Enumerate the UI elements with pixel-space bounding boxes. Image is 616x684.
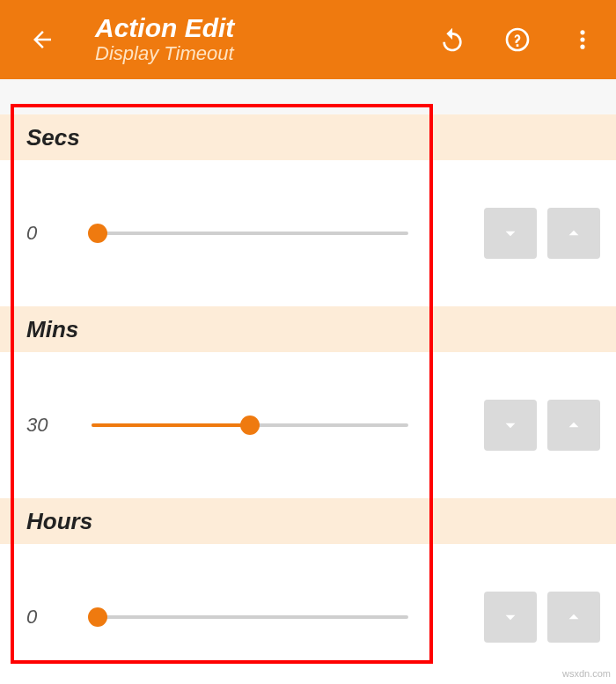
row-mins: 30 <box>0 352 616 498</box>
appbar-actions <box>435 22 600 57</box>
help-icon <box>503 26 532 54</box>
svg-point-2 <box>580 45 584 49</box>
increment-mins-button[interactable] <box>547 400 600 451</box>
svg-point-0 <box>580 30 584 34</box>
row-hours: 0 <box>0 544 616 684</box>
slider-secs[interactable] <box>92 224 408 242</box>
back-button[interactable] <box>25 22 60 57</box>
increment-secs-button[interactable] <box>547 208 600 259</box>
slider-track <box>92 615 408 619</box>
section-label: Hours <box>26 508 92 535</box>
undo-icon <box>438 26 466 54</box>
chevron-down-icon <box>499 606 522 629</box>
slider-hours[interactable] <box>92 608 408 626</box>
help-button[interactable] <box>500 22 535 57</box>
value-mins: 30 <box>26 414 67 437</box>
overflow-menu-button[interactable] <box>565 22 600 57</box>
chevron-up-icon <box>562 414 585 437</box>
slider-group-secs: 0 <box>26 222 449 245</box>
section-label: Secs <box>26 124 80 151</box>
chevron-down-icon <box>499 414 522 437</box>
stepper-secs <box>484 208 600 259</box>
page-title: Action Edit <box>95 14 426 42</box>
arrow-left-icon <box>29 26 55 53</box>
increment-hours-button[interactable] <box>547 592 600 643</box>
divider <box>0 88 616 114</box>
svg-point-1 <box>580 37 584 41</box>
decrement-hours-button[interactable] <box>484 592 537 643</box>
slider-thumb[interactable] <box>240 416 260 435</box>
chevron-down-icon <box>499 222 522 245</box>
revert-button[interactable] <box>435 22 470 57</box>
appbar-titles: Action Edit Display Timeout <box>95 14 426 65</box>
section-header-mins: Mins <box>0 306 616 352</box>
value-secs: 0 <box>26 222 67 245</box>
page-subtitle: Display Timeout <box>95 42 426 65</box>
row-secs: 0 <box>0 160 616 306</box>
section-header-secs: Secs <box>0 114 616 160</box>
section-label: Mins <box>26 316 78 343</box>
content: Secs 0 Mins 30 <box>0 79 616 684</box>
stepper-mins <box>484 400 600 451</box>
decrement-secs-button[interactable] <box>484 208 537 259</box>
chevron-up-icon <box>562 222 585 245</box>
slider-group-hours: 0 <box>26 606 449 629</box>
stepper-hours <box>484 592 600 643</box>
slider-thumb[interactable] <box>88 607 107 627</box>
slider-mins[interactable] <box>92 416 408 434</box>
watermark: wsxdn.com <box>562 668 611 679</box>
appbar: Action Edit Display Timeout <box>0 0 616 79</box>
slider-group-mins: 30 <box>26 414 449 437</box>
chevron-up-icon <box>562 606 585 629</box>
section-header-hours: Hours <box>0 498 616 544</box>
decrement-mins-button[interactable] <box>484 400 537 451</box>
value-hours: 0 <box>26 606 67 629</box>
slider-fill <box>92 423 250 427</box>
slider-thumb[interactable] <box>88 224 107 243</box>
slider-track <box>92 232 408 235</box>
more-vert-icon <box>570 27 595 52</box>
